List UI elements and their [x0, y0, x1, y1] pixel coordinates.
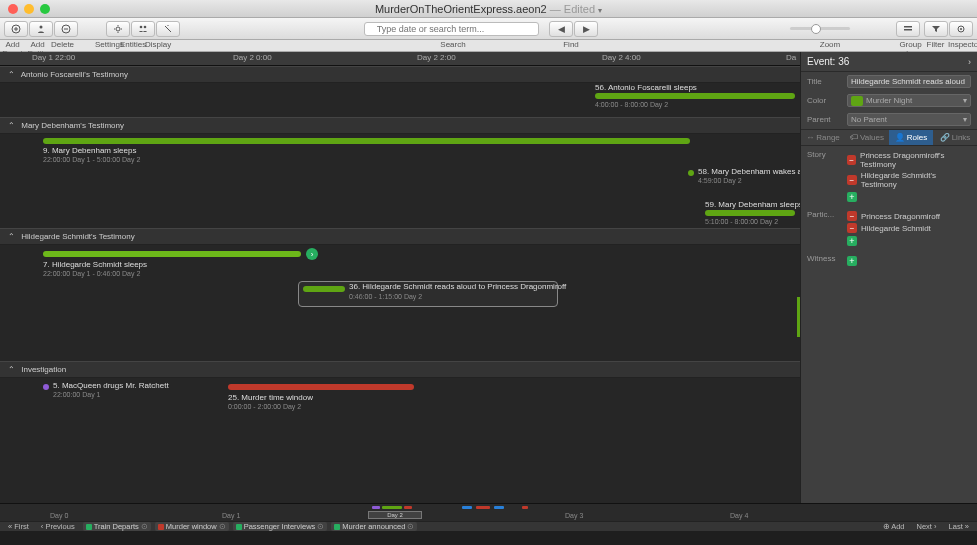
event-dot[interactable] — [688, 170, 694, 176]
zoom-slider[interactable] — [790, 27, 850, 30]
chevron-right-icon[interactable]: › — [968, 57, 971, 67]
tab-roles[interactable]: 👤Roles — [889, 130, 933, 145]
add-role-button[interactable]: + — [847, 256, 857, 266]
event-time: 22:00:00 Day 1 - 5:00:00 Day 2 — [43, 156, 140, 163]
legend-item[interactable]: Train Departs ⊙ — [83, 522, 151, 531]
event-time: 5:10:00 - 8:00:00 Day 2 — [705, 218, 778, 225]
event-time: 4:59:00 Day 2 — [698, 177, 742, 184]
role-item[interactable]: −Hildegarde Schmidt — [847, 222, 971, 234]
track-body-investigation: 5. MacQueen drugs Mr. Ratchett 22:00:00 … — [0, 378, 800, 503]
track-body-antonio: 56. Antonio Foscarelli sleeps 4:00:00 - … — [0, 83, 800, 117]
find-label: Find — [543, 40, 599, 49]
chevron-down-icon: ⌃ — [8, 365, 15, 374]
next-button[interactable]: Next › — [913, 522, 941, 531]
search-input[interactable] — [364, 22, 540, 36]
color-select[interactable]: Murder Night ▾ — [847, 94, 971, 107]
role-item[interactable]: −Hildegarde Schmidt's Testimony — [847, 170, 971, 190]
inspector-panel: Event: 36 › Title Color Murder Night ▾ P… — [800, 52, 977, 503]
tab-values[interactable]: 🏷Values — [845, 130, 889, 145]
color-value: Murder Night — [866, 96, 963, 105]
add-role-button[interactable]: + — [847, 236, 857, 246]
ruler-marker: Da — [786, 53, 796, 62]
title-input[interactable] — [847, 75, 971, 88]
color-swatch — [851, 96, 863, 106]
timeline-ruler: Day 1 22:00 Day 2 0:00 Day 2 2:00 Day 2 … — [0, 52, 800, 66]
event-selected-box[interactable]: 36. Hildegarde Schmidt reads aloud to Pr… — [298, 281, 558, 307]
event-title: 59. Mary Debenham sleeps — [705, 200, 800, 209]
event-bar[interactable] — [595, 93, 795, 99]
event-bar[interactable] — [43, 251, 301, 257]
event-title: 36. Hildegarde Schmidt reads aloud to Pr… — [349, 282, 566, 291]
event-time: 22:00:00 Day 1 - 0:46:00 Day 2 — [43, 270, 140, 277]
delete-button[interactable] — [54, 21, 78, 37]
window-title: MurderOnTheOrientExpress.aeon2 — Edited … — [0, 3, 977, 15]
tab-range[interactable]: ↔Range — [801, 130, 845, 145]
settings-button[interactable] — [106, 21, 130, 37]
add-event-button[interactable] — [4, 21, 28, 37]
search-box[interactable] — [364, 22, 540, 36]
track-body-mary: 9. Mary Debenham sleeps 22:00:00 Day 1 -… — [0, 134, 800, 228]
remove-icon[interactable]: − — [847, 155, 856, 165]
witness-label: Witness — [807, 254, 841, 263]
find-prev-button[interactable]: ◀ — [549, 21, 573, 37]
entities-button[interactable] — [131, 21, 155, 37]
remove-icon[interactable]: − — [847, 211, 857, 221]
mini-timeline[interactable]: Day 2 Day 0 Day 1 Day 3 Day 4 — [0, 503, 977, 521]
ruler-marker: Day 2 2:00 — [417, 53, 456, 62]
event-title: 25. Murder time window — [228, 393, 313, 402]
track-title: Antonio Foscarelli's Testimony — [21, 70, 128, 79]
search-label: Search — [363, 40, 543, 49]
event-bar[interactable] — [705, 210, 795, 216]
find-next-button[interactable]: ▶ — [574, 21, 598, 37]
remove-icon[interactable]: − — [847, 175, 857, 185]
chevron-down-icon: ▾ — [963, 115, 967, 124]
display-button[interactable] — [156, 21, 180, 37]
track-header-investigation[interactable]: ⌃ Investigation — [0, 361, 800, 378]
last-button[interactable]: Last » — [945, 522, 973, 531]
add-entity-button[interactable] — [29, 21, 53, 37]
role-item[interactable]: −Princess Dragonmiroff's Testimony — [847, 150, 971, 170]
story-label: Story — [807, 150, 841, 199]
add-role-button[interactable]: + — [847, 192, 857, 202]
track-header-mary[interactable]: ⌃ Mary Debenham's Testimony — [0, 117, 800, 134]
track-header-antonio[interactable]: ⌃ Antonio Foscarelli's Testimony — [0, 66, 800, 83]
mini-event — [382, 506, 402, 509]
edge-indicator — [797, 297, 800, 337]
event-title: 56. Antonio Foscarelli sleeps — [595, 83, 697, 92]
legend-item[interactable]: Passenger Interviews ⊙ — [233, 522, 328, 531]
event-time: 0:46:00 - 1:15:00 Day 2 — [349, 293, 422, 300]
zoom-label: Zoom — [792, 40, 868, 49]
svg-point-1 — [40, 25, 43, 28]
parent-select[interactable]: No Parent ▾ — [847, 113, 971, 126]
role-item[interactable]: −Princess Dragonmiroff — [847, 210, 971, 222]
group-by-button[interactable] — [896, 21, 920, 37]
parent-label: Parent — [807, 115, 841, 124]
event-bar[interactable] — [303, 286, 345, 292]
timeline-view[interactable]: Day 1 22:00 Day 2 0:00 Day 2 2:00 Day 2 … — [0, 52, 800, 503]
inspector-button[interactable] — [949, 21, 973, 37]
event-dot[interactable] — [43, 384, 49, 390]
add-marker-button[interactable]: ⊕ Add — [879, 522, 909, 531]
first-button[interactable]: « First — [4, 522, 33, 531]
prev-button[interactable]: ‹ Previous — [37, 522, 79, 531]
mini-viewport[interactable]: Day 2 — [368, 511, 422, 519]
mini-label: Day 3 — [565, 512, 583, 519]
legend-item[interactable]: Murder announced ⊙ — [331, 522, 417, 531]
event-title: 9. Mary Debenham sleeps — [43, 146, 136, 155]
svg-point-3 — [116, 27, 120, 31]
track-title: Hildegarde Schmidt's Testimony — [21, 232, 134, 241]
tab-links[interactable]: 🔗Links — [933, 130, 977, 145]
mini-event — [404, 506, 412, 509]
edited-indicator: — Edited — [550, 3, 595, 15]
legend-item[interactable]: Murder window ⊙ — [155, 522, 229, 531]
arrow-icon[interactable]: › — [306, 248, 318, 260]
remove-icon[interactable]: − — [847, 223, 857, 233]
title-label: Title — [807, 77, 841, 86]
ruler-marker: Day 2 0:00 — [233, 53, 272, 62]
track-header-hilde[interactable]: ⌃ Hildegarde Schmidt's Testimony — [0, 228, 800, 245]
filter-label: Filter — [923, 40, 948, 49]
event-bar[interactable] — [43, 138, 690, 144]
role-section-witness: Witness + — [801, 250, 977, 270]
filter-button[interactable] — [924, 21, 948, 37]
event-bar[interactable] — [228, 384, 414, 390]
